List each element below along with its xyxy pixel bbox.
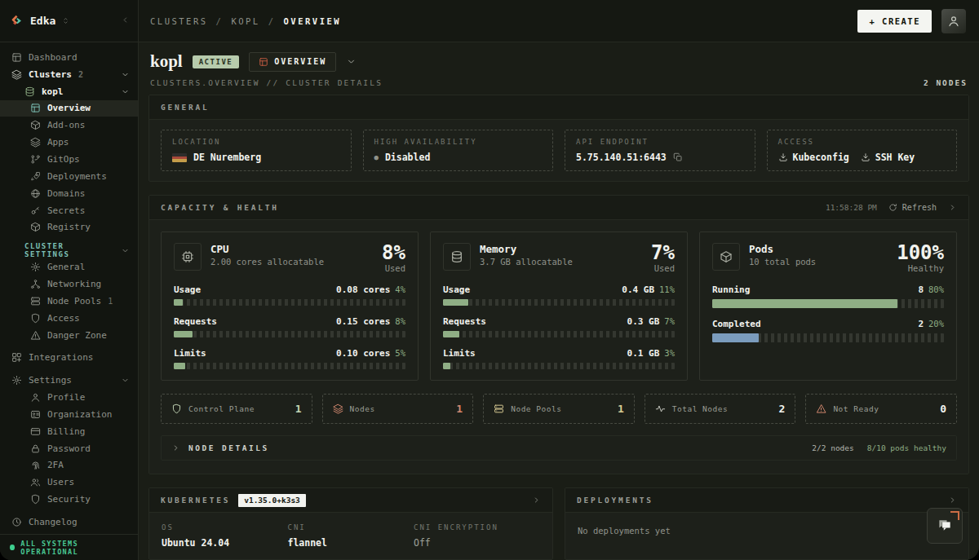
pods-healthy-summary: 8/10 pods healthy bbox=[867, 443, 946, 452]
user-icon bbox=[947, 15, 960, 28]
sidebar-item-integrations[interactable]: Integrations bbox=[0, 350, 138, 367]
sidebar-item-node-pools[interactable]: Node Pools1 bbox=[0, 293, 138, 310]
domains-icon bbox=[30, 188, 41, 199]
cpu-icon bbox=[174, 243, 202, 271]
sidebar-item-danger-zone[interactable]: Danger Zone bbox=[0, 327, 138, 344]
view-selector-button[interactable]: OVERVIEW bbox=[249, 52, 336, 72]
sidebar-item-access[interactable]: Access bbox=[0, 310, 138, 327]
sidebar-item-billing[interactable]: Billing bbox=[0, 423, 138, 440]
sidebar-item-secrets[interactable]: Secrets bbox=[0, 202, 138, 219]
chevron-down-icon[interactable] bbox=[121, 376, 130, 385]
warning-icon bbox=[816, 403, 826, 414]
sidebar-item-settings[interactable]: Settings bbox=[0, 372, 138, 389]
blocks-icon bbox=[11, 352, 22, 363]
sidebar-item-apps[interactable]: Apps bbox=[0, 134, 138, 151]
sidebar-item-overview[interactable]: Overview bbox=[0, 100, 138, 117]
sidebar-item-changelog[interactable]: Changelog bbox=[0, 514, 138, 531]
collapse-section-chevron[interactable] bbox=[948, 203, 957, 212]
sidebar-item-2fa[interactable]: 2FA bbox=[0, 457, 138, 474]
create-button[interactable]: + CREATE bbox=[857, 10, 932, 33]
memory-icon bbox=[443, 243, 471, 271]
overview-icon bbox=[30, 103, 41, 113]
cni-encryption-field: CNI ENCRYPTIONOff bbox=[414, 523, 540, 549]
network-icon bbox=[30, 279, 41, 289]
cpu-usage-row: Usage0.08 cores4% bbox=[174, 284, 405, 306]
sidebar-item-clusters[interactable]: Clusters2 bbox=[0, 66, 138, 83]
sidebar-item-deployments[interactable]: Deployments bbox=[0, 168, 138, 185]
high-availability-card: HIGH AVAILABILITY ●Disabled bbox=[363, 130, 554, 171]
copy-icon[interactable] bbox=[673, 152, 683, 162]
bottom-sections: KUBERNETES v1.35.0+k3s3 OSUbuntu 24.04 C… bbox=[148, 487, 969, 560]
view-dropdown-chevron[interactable] bbox=[346, 56, 357, 67]
progress-bar bbox=[174, 363, 405, 369]
history-icon bbox=[11, 517, 22, 527]
kubernetes-body: OSUbuntu 24.04 CNIflannel CNI ENCRYPTION… bbox=[149, 513, 552, 559]
germany-flag-icon bbox=[172, 153, 187, 162]
status-badge: ACTIVE bbox=[193, 55, 240, 68]
refresh-button[interactable]: Refresh bbox=[888, 203, 937, 212]
sidebar-item-organization[interactable]: Organization bbox=[0, 406, 138, 423]
breadcrumb-current: OVERVIEW bbox=[284, 16, 342, 26]
shield-icon bbox=[171, 403, 182, 414]
sidebar: Edka Dashboard Clusters2 kopl Overview A… bbox=[0, 0, 139, 560]
memory-used-percent: 7% bbox=[651, 243, 675, 263]
sidebar-nav: Dashboard Clusters2 kopl Overview Add-on… bbox=[0, 42, 138, 534]
kubeconfig-download-link[interactable]: Kubeconfig bbox=[778, 152, 849, 163]
kubernetes-header[interactable]: KUBERNETES v1.35.0+k3s3 bbox=[149, 488, 552, 513]
sidebar-item-password[interactable]: Password bbox=[0, 440, 138, 457]
sidebar-item-registry[interactable]: Registry bbox=[0, 218, 138, 236]
sidebar-item-addons[interactable]: Add-ons bbox=[0, 117, 138, 134]
warning-icon bbox=[30, 330, 41, 341]
sidebar-item-kopl[interactable]: kopl bbox=[0, 83, 138, 100]
chevron-right-icon[interactable] bbox=[948, 496, 957, 505]
refresh-timestamp: 11:58:28 PM bbox=[826, 203, 877, 212]
memory-usage-row: Usage0.4 GB11% bbox=[443, 284, 675, 306]
kubernetes-section: KUBERNETES v1.35.0+k3s3 OSUbuntu 24.04 C… bbox=[148, 487, 553, 560]
pods-icon bbox=[712, 243, 740, 271]
sidebar-item-security[interactable]: Security bbox=[0, 491, 138, 508]
credit-card-icon bbox=[30, 426, 41, 437]
gitops-icon bbox=[30, 154, 41, 165]
sidebar-collapse-button[interactable] bbox=[121, 15, 130, 27]
not-ready-stat: Not Ready0 bbox=[805, 394, 957, 424]
fingerprint-icon bbox=[30, 460, 41, 470]
pods-running-row: Running880% bbox=[712, 284, 944, 308]
brand-switcher-icon[interactable] bbox=[61, 16, 70, 25]
chevron-down-icon[interactable] bbox=[121, 87, 130, 96]
progress-bar bbox=[174, 299, 405, 306]
sidebar-item-profile[interactable]: Profile bbox=[0, 389, 138, 406]
ssh-key-download-link[interactable]: SSH Key bbox=[861, 152, 915, 163]
sidebar-item-networking[interactable]: Networking bbox=[0, 276, 138, 293]
chevron-down-icon[interactable] bbox=[121, 70, 130, 79]
user-avatar[interactable] bbox=[941, 9, 966, 33]
pods-metric-card: Pods10 total pods 100%Healthy Running880… bbox=[699, 231, 957, 381]
sidebar-item-users[interactable]: Users bbox=[0, 474, 138, 491]
sidebar-item-domains[interactable]: Domains bbox=[0, 185, 138, 202]
node-details-toggle[interactable]: NODE DETAILS 2/2 nodes 8/10 pods healthy bbox=[161, 435, 957, 461]
sidebar-item-general[interactable]: General bbox=[0, 258, 138, 276]
system-status-footer: ALL SYSTEMS OPERATIONAL bbox=[0, 534, 138, 560]
breadcrumb: CLUSTERS / KOPL / OVERVIEW bbox=[150, 16, 341, 26]
chevron-down-icon[interactable] bbox=[121, 246, 130, 255]
shield-icon bbox=[30, 494, 41, 505]
api-endpoint-card: API ENDPOINT 5.75.140.51:6443 bbox=[565, 130, 755, 171]
sidebar-item-dashboard[interactable]: Dashboard bbox=[0, 49, 138, 66]
status-text: ALL SYSTEMS OPERATIONAL bbox=[20, 540, 128, 556]
server-icon bbox=[30, 296, 41, 306]
page-title: kopl bbox=[150, 51, 183, 72]
location-card: LOCATION DE Nuremberg bbox=[161, 130, 352, 171]
sidebar-section-cluster-settings[interactable]: CLUSTER SETTINGS bbox=[0, 242, 138, 258]
layers-icon bbox=[333, 403, 343, 414]
status-ok-dot bbox=[10, 545, 15, 550]
sidebar-item-gitops[interactable]: GitOps bbox=[0, 151, 138, 168]
breadcrumb-clusters[interactable]: CLUSTERS bbox=[150, 16, 208, 26]
breadcrumb-cluster[interactable]: KOPL bbox=[231, 16, 259, 26]
progress-bar bbox=[443, 363, 675, 369]
capacity-section: CAPACITY & HEALTH 11:58:28 PM Refresh bbox=[148, 195, 969, 474]
secrets-icon bbox=[30, 205, 41, 216]
deployments-header[interactable]: DEPLOYMENTS bbox=[565, 488, 968, 513]
id-card-icon bbox=[30, 409, 41, 420]
chat-widget-button[interactable] bbox=[927, 508, 963, 544]
clusters-count-badge: 2 bbox=[78, 70, 83, 79]
chevron-right-icon[interactable] bbox=[532, 496, 541, 505]
